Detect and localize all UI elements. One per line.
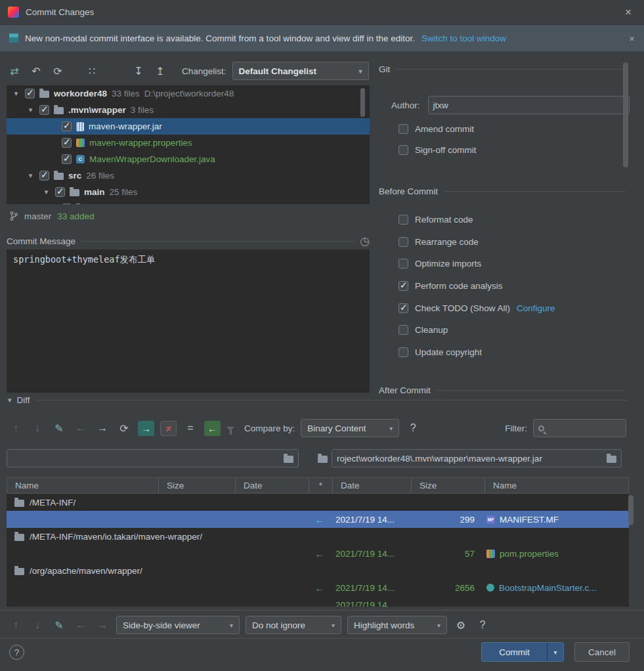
options-scrollbar[interactable]: [623, 62, 628, 167]
changelist-select[interactable]: Default Changelist ▾: [232, 62, 369, 80]
browse-folder-icon[interactable]: [284, 456, 293, 463]
checkbox-checked[interactable]: [62, 154, 72, 164]
window-close-button[interactable]: ×: [620, 6, 636, 19]
commit-button[interactable]: Commit ▾: [481, 642, 564, 662]
next-difference-icon[interactable]: ↓: [30, 617, 45, 634]
checkbox-unchecked[interactable]: [398, 124, 408, 134]
refresh-diff-icon[interactable]: ⟳: [116, 420, 132, 437]
diff-row-file[interactable]: ← 2021/7/19 14... 2656 BootstrapMainStar…: [7, 579, 629, 596]
checkbox-unchecked[interactable]: [398, 237, 408, 247]
collapse-all-icon[interactable]: ↥: [152, 62, 168, 79]
optimize-imports-option[interactable]: Optimize imports: [398, 259, 481, 269]
checkbox-checked[interactable]: [25, 89, 35, 98]
diff-row-file[interactable]: ← 2021/7/19 14... 57 pom.properties: [7, 545, 629, 562]
group-by-icon[interactable]: ∷: [84, 62, 100, 79]
switch-to-tool-window-link[interactable]: Switch to tool window: [421, 33, 506, 43]
column-header-date2[interactable]: Date: [332, 478, 411, 493]
tree-row-mvn-wrapper[interactable]: ▾ .mvn\wrapper 3 files: [7, 102, 370, 118]
checkbox-unchecked[interactable]: [398, 347, 408, 357]
edit-source-icon[interactable]: ✎: [51, 420, 67, 437]
checkbox-checked[interactable]: [39, 105, 49, 115]
column-header-name2[interactable]: Name: [484, 478, 628, 493]
perform-code-analysis-option[interactable]: Perform code analysis: [398, 281, 503, 291]
show-left-only-toggle-icon[interactable]: ←: [204, 421, 221, 436]
show-difference-toggle-icon[interactable]: ≠: [160, 421, 177, 436]
column-header-size2[interactable]: Size: [411, 478, 484, 493]
author-input[interactable]: jtxw: [428, 96, 630, 114]
commit-dropdown-icon[interactable]: ▾: [547, 649, 563, 656]
filter-input[interactable]: [533, 419, 626, 437]
diff-section-header[interactable]: ▾ Diff: [8, 395, 628, 405]
commit-message-input[interactable]: springboot+thymeleaf发布工单: [7, 249, 370, 393]
tree-scrollbar[interactable]: [360, 88, 365, 117]
rollback-icon[interactable]: ↶: [28, 62, 44, 79]
ignore-policy-select[interactable]: Do not ignore ▾: [246, 616, 341, 634]
expand-all-icon[interactable]: ↧: [131, 62, 146, 79]
prev-difference-icon[interactable]: ↑: [8, 420, 24, 437]
diff-row-file-selected[interactable]: ← 2021/7/19 14... 299 MANIFEST.MF: [7, 511, 629, 528]
checkbox-unchecked[interactable]: [398, 259, 408, 269]
tree-row-maven-wrapper-jar[interactable]: maven-wrapper.jar: [7, 118, 370, 135]
checkbox-unchecked[interactable]: [398, 325, 408, 335]
column-header-name[interactable]: Name: [7, 478, 158, 493]
right-path-input[interactable]: roject\workorder48\.mvn\wrapper\maven-wr…: [332, 449, 622, 467]
diff-table-scrollbar[interactable]: [628, 495, 633, 525]
checkbox-checked[interactable]: [39, 171, 49, 181]
checkbox-checked[interactable]: [398, 303, 408, 313]
tree-row-mavenwrapperdownloader[interactable]: MavenWrapperDownloader.java: [7, 151, 370, 167]
help-icon[interactable]: ?: [475, 617, 490, 634]
amend-commit-option[interactable]: Amend commit: [398, 124, 474, 134]
chevron-down-icon[interactable]: ▾: [12, 89, 20, 98]
refresh-icon[interactable]: ⟳: [50, 62, 66, 79]
chevron-down-icon[interactable]: ▾: [8, 396, 12, 404]
checkbox-checked[interactable]: [62, 121, 72, 131]
edit-source-icon[interactable]: ✎: [51, 617, 67, 634]
go-right-icon[interactable]: →: [95, 617, 110, 634]
tree-row-workorder48[interactable]: ▾ workorder48 33 files D:\project\workor…: [7, 85, 370, 102]
help-button[interactable]: ?: [9, 645, 24, 660]
checkbox-checked[interactable]: [62, 204, 72, 204]
gear-icon[interactable]: ⚙: [453, 617, 469, 634]
folder-button[interactable]: [314, 450, 330, 466]
show-equal-toggle-icon[interactable]: =: [182, 420, 198, 437]
diff-row-folder[interactable]: /org/apache/maven/wrapper/: [7, 562, 629, 579]
checkbox-checked[interactable]: [55, 187, 65, 197]
banner-close-icon[interactable]: ×: [629, 33, 635, 44]
diff-row-folder[interactable]: /META-INF/maven/io.takari/maven-wrapper/: [7, 528, 629, 545]
column-header-size[interactable]: Size: [158, 478, 235, 493]
refresh-changes-icon[interactable]: ⇄: [7, 62, 22, 79]
signoff-commit-option[interactable]: Sign-off commit: [398, 145, 477, 155]
rearrange-code-option[interactable]: Rearrange code: [398, 237, 479, 247]
browse-folder-icon[interactable]: [607, 456, 616, 463]
tree-row-maven-wrapper-properties[interactable]: maven-wrapper.properties: [7, 135, 370, 151]
checkbox-checked[interactable]: [398, 281, 408, 291]
update-copyright-option[interactable]: Update copyright: [398, 347, 482, 357]
next-difference-icon[interactable]: ↓: [30, 420, 45, 437]
column-header-date[interactable]: Date: [235, 478, 309, 493]
checkbox-unchecked[interactable]: [398, 215, 408, 225]
go-left-icon[interactable]: ←: [73, 420, 89, 437]
checkbox-unchecked[interactable]: [398, 145, 408, 155]
go-left-icon[interactable]: ←: [73, 617, 89, 634]
column-header-star[interactable]: *: [309, 478, 332, 493]
go-right-icon[interactable]: →: [95, 420, 110, 437]
branch-name[interactable]: master: [24, 211, 51, 221]
check-todo-option[interactable]: Check TODO (Show All) Configure: [398, 303, 555, 313]
cleanup-option[interactable]: Cleanup: [398, 325, 448, 335]
chevron-down-icon[interactable]: ▾: [26, 171, 35, 180]
highlight-policy-select[interactable]: Highlight words ▾: [347, 616, 447, 634]
tree-row-main[interactable]: ▾ main 25 files: [7, 184, 370, 200]
compare-by-select[interactable]: Binary Content ▾: [301, 419, 399, 437]
filter-funnel-icon[interactable]: [226, 427, 234, 431]
diff-row-folder[interactable]: /META-INF/: [7, 494, 629, 511]
message-history-icon[interactable]: ◷: [360, 234, 370, 248]
configure-link[interactable]: Configure: [517, 303, 555, 313]
tree-row-partial[interactable]: [7, 200, 370, 204]
viewer-select[interactable]: Side-by-side viewer ▾: [116, 616, 240, 634]
tree-row-src[interactable]: ▾ src 26 files: [7, 167, 370, 184]
left-path-input[interactable]: [7, 449, 299, 467]
chevron-down-icon[interactable]: ▾: [26, 106, 35, 114]
diff-row-file-partial[interactable]: ← 2021/7/19 14...: [7, 596, 629, 607]
reformat-code-option[interactable]: Reformat code: [398, 215, 473, 225]
help-icon[interactable]: ?: [405, 420, 421, 437]
